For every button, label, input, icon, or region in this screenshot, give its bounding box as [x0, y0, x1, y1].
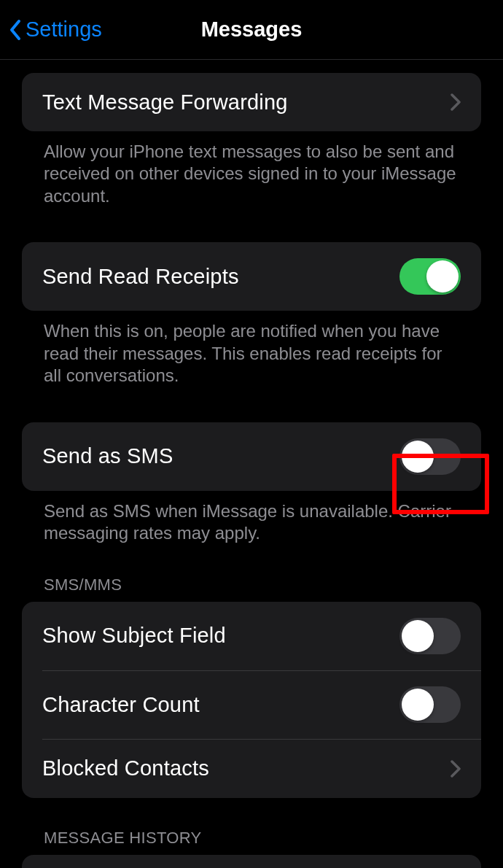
row-label: Send Read Receipts — [42, 265, 239, 289]
toggle-knob — [402, 441, 434, 473]
send-as-sms-row[interactable]: Send as SMS — [22, 422, 481, 491]
message-history-group: Keep Messages Forever — [22, 855, 481, 868]
back-label: Settings — [26, 18, 102, 42]
send-as-sms-group: Send as SMS — [22, 422, 481, 491]
sms-mms-group: Show Subject Field Character Count Block… — [22, 602, 481, 798]
row-label: Send as SMS — [42, 444, 173, 468]
row-label: Show Subject Field — [42, 624, 226, 648]
read-receipts-group: Send Read Receipts — [22, 242, 481, 311]
keep-messages-row[interactable]: Keep Messages Forever — [22, 855, 481, 868]
chevron-left-icon — [9, 18, 23, 42]
message-history-section-header: MESSAGE HISTORY — [22, 798, 481, 855]
toggle-knob — [402, 620, 434, 652]
chevron-right-icon — [451, 760, 461, 778]
toggle-knob — [402, 689, 434, 721]
send-as-sms-footer: Send as SMS when iMessage is unavailable… — [22, 491, 481, 545]
read-receipts-footer: When this is on, people are notified whe… — [22, 311, 481, 387]
send-read-receipts-toggle[interactable] — [399, 258, 461, 295]
text-forwarding-group: Text Message Forwarding — [22, 73, 481, 131]
sms-mms-section-header: SMS/MMS — [22, 545, 481, 602]
send-read-receipts-row[interactable]: Send Read Receipts — [22, 242, 481, 311]
chevron-right-icon — [451, 93, 461, 111]
show-subject-field-row[interactable]: Show Subject Field — [22, 602, 481, 670]
back-button[interactable]: Settings — [9, 18, 102, 42]
toggle-knob — [426, 260, 459, 292]
row-label: Blocked Contacts — [42, 756, 209, 780]
blocked-contacts-row[interactable]: Blocked Contacts — [22, 740, 481, 798]
content-scroll[interactable]: Text Message Forwarding Allow your iPhon… — [0, 73, 503, 868]
send-as-sms-toggle[interactable] — [399, 438, 461, 475]
row-label: Text Message Forwarding — [42, 90, 288, 115]
character-count-toggle[interactable] — [399, 686, 461, 723]
text-message-forwarding-row[interactable]: Text Message Forwarding — [22, 73, 481, 131]
text-forwarding-footer: Allow your iPhone text messages to also … — [22, 131, 481, 207]
show-subject-field-toggle[interactable] — [399, 618, 461, 654]
navigation-bar: Settings Messages — [0, 0, 503, 60]
row-label: Character Count — [42, 693, 200, 717]
character-count-row[interactable]: Character Count — [22, 670, 481, 739]
